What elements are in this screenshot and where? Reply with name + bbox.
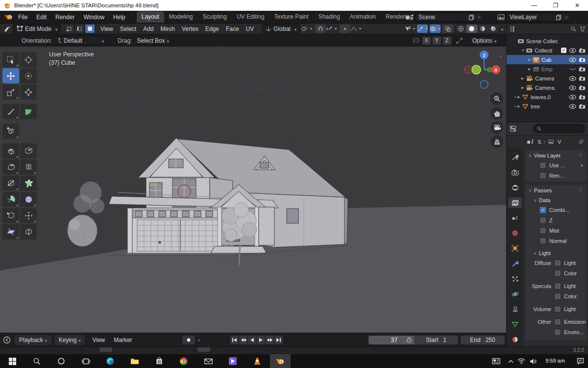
jump-to-end-button[interactable] bbox=[274, 336, 283, 344]
tab-modeling[interactable]: Modeling bbox=[164, 11, 198, 23]
overlays-dropdown[interactable] bbox=[430, 25, 441, 33]
tab-layout[interactable]: Layout bbox=[137, 11, 164, 23]
edge-select-button[interactable] bbox=[74, 24, 85, 33]
data-subpanel-header[interactable]: ∨ Data bbox=[534, 197, 583, 203]
cortana-icon[interactable] bbox=[55, 355, 67, 367]
outliner-search-icon[interactable] bbox=[570, 26, 576, 32]
action-center-icon[interactable] bbox=[574, 355, 586, 367]
edge-browser-icon[interactable] bbox=[104, 355, 116, 367]
new-viewlayer-icon[interactable] bbox=[556, 14, 562, 20]
transform-orientation-dropdown[interactable]: Global bbox=[262, 24, 300, 33]
eye-open-icon[interactable] bbox=[569, 57, 576, 62]
sidebar-collapse-icon[interactable]: ‹ bbox=[500, 53, 502, 59]
zoom-view-button[interactable] bbox=[490, 92, 503, 105]
mirror-z-button[interactable]: Z bbox=[442, 36, 452, 45]
unlink-scene-icon[interactable]: ✕ bbox=[477, 15, 481, 20]
outliner-row-tree[interactable]: • ▶ tree bbox=[507, 102, 588, 111]
minimize-button[interactable]: — bbox=[523, 0, 545, 11]
scene-breadcrumb-icon[interactable] bbox=[526, 139, 535, 145]
viewlayer-datablock-icon[interactable] bbox=[497, 14, 507, 21]
new-scene-icon[interactable] bbox=[468, 14, 474, 20]
tab-uv-editing[interactable]: UV Editing bbox=[232, 11, 270, 23]
options-dropdown[interactable]: Options bbox=[469, 36, 500, 45]
navigation-gizmo[interactable]: X Z bbox=[465, 51, 500, 88]
menu-window[interactable]: Window bbox=[79, 12, 109, 22]
diffuse-color-checkbox[interactable] bbox=[554, 270, 561, 277]
rendered-shading-button[interactable] bbox=[488, 25, 499, 33]
passes-panel-header[interactable]: ∨ Passes ⠿ bbox=[529, 187, 583, 193]
start-button[interactable] bbox=[6, 355, 18, 367]
render-visibility-icon[interactable] bbox=[579, 66, 586, 72]
outliner-filter-icon[interactable] bbox=[580, 26, 586, 32]
tab-scene[interactable] bbox=[508, 212, 522, 223]
next-keyframe-button[interactable] bbox=[266, 336, 274, 344]
eye-open-icon[interactable] bbox=[569, 85, 576, 90]
outliner-row-camera-001[interactable]: ▶ Camera. bbox=[507, 83, 588, 92]
panel-grip-icon[interactable]: ⠿ bbox=[579, 188, 583, 193]
gizmos-dropdown[interactable] bbox=[417, 25, 428, 33]
mode-dropdown[interactable]: Edit Mode bbox=[13, 24, 61, 33]
file-explorer-icon[interactable] bbox=[129, 355, 141, 367]
outliner-row-leaves[interactable]: • ▶ leaves.0 bbox=[507, 92, 588, 102]
breadcrumb-scene-label[interactable]: S bbox=[538, 139, 541, 145]
extrude-region-tool[interactable] bbox=[2, 143, 19, 158]
play-reverse-button[interactable] bbox=[248, 336, 256, 344]
media-app-icon[interactable] bbox=[227, 355, 239, 367]
render-visibility-icon[interactable] bbox=[579, 85, 586, 90]
frame-end-field[interactable]: End 250 bbox=[461, 336, 505, 344]
outliner-row-empty[interactable]: ▶ Emp bbox=[507, 64, 588, 74]
eye-open-icon[interactable] bbox=[569, 48, 576, 53]
disclosure-closed-icon[interactable]: ▶ bbox=[517, 95, 522, 99]
render-visibility-icon[interactable] bbox=[579, 94, 586, 100]
specular-light-checkbox[interactable] bbox=[554, 283, 561, 289]
specular-color-checkbox[interactable] bbox=[554, 293, 561, 300]
menu-view[interactable]: View bbox=[97, 25, 117, 33]
diffuse-light-checkbox[interactable] bbox=[554, 260, 561, 266]
jump-to-start-button[interactable] bbox=[230, 336, 239, 344]
render-visibility-icon[interactable] bbox=[579, 48, 586, 53]
snap-settings-dropdown[interactable] bbox=[326, 25, 337, 33]
bevel-tool[interactable] bbox=[2, 159, 19, 175]
proportional-edit-button[interactable] bbox=[340, 25, 350, 33]
eye-open-icon[interactable] bbox=[569, 76, 576, 81]
menu-mesh[interactable]: Mesh bbox=[157, 25, 178, 33]
scale-tool[interactable] bbox=[2, 84, 19, 100]
rotate-tool[interactable] bbox=[20, 68, 37, 83]
transform-tool[interactable] bbox=[20, 84, 37, 100]
widgets-tray-icon[interactable] bbox=[490, 355, 502, 367]
render-visibility-icon[interactable] bbox=[579, 76, 586, 81]
z-checkbox[interactable] bbox=[539, 217, 546, 224]
pivot-point-dropdown[interactable] bbox=[301, 25, 312, 33]
menu-vertex[interactable]: Vertex bbox=[178, 25, 202, 33]
pan-view-button[interactable] bbox=[490, 107, 503, 120]
material-preview-button[interactable] bbox=[477, 25, 488, 33]
blender-logo-icon[interactable] bbox=[4, 14, 14, 21]
tab-sculpting[interactable]: Sculpting bbox=[198, 11, 232, 23]
timeline-editor-icon[interactable] bbox=[3, 336, 11, 344]
add-cube-tool[interactable] bbox=[2, 124, 19, 139]
select-box-tool[interactable] bbox=[2, 52, 19, 67]
render-visibility-icon[interactable] bbox=[579, 57, 586, 62]
play-button[interactable] bbox=[257, 336, 265, 344]
menu-render[interactable]: Render bbox=[51, 12, 79, 22]
close-button[interactable]: ✕ bbox=[566, 0, 588, 11]
restore-button[interactable]: ❐ bbox=[545, 0, 566, 11]
taskbar-search-icon[interactable] bbox=[31, 355, 43, 367]
vlc-icon[interactable] bbox=[251, 355, 263, 367]
smooth-tool[interactable] bbox=[20, 192, 37, 207]
decorator-dot-icon[interactable]: • bbox=[581, 162, 583, 168]
shrink-fatten-tool[interactable] bbox=[20, 208, 37, 223]
tab-data[interactable] bbox=[508, 319, 522, 330]
face-select-button[interactable] bbox=[85, 24, 95, 33]
panel-grip-icon[interactable]: ⠿ bbox=[579, 153, 583, 158]
keying-menu[interactable]: Keying bbox=[54, 335, 85, 345]
menu-select[interactable]: Select bbox=[117, 25, 140, 33]
loop-cut-tool[interactable] bbox=[20, 159, 37, 175]
menu-edge[interactable]: Edge bbox=[202, 25, 222, 33]
tab-object[interactable] bbox=[508, 243, 522, 254]
microsoft-store-icon[interactable] bbox=[153, 355, 165, 367]
cursor-tool[interactable] bbox=[20, 52, 37, 67]
chrome-icon[interactable] bbox=[178, 355, 190, 367]
use-checkbox[interactable] bbox=[539, 162, 546, 169]
blender-taskbar-active[interactable] bbox=[270, 354, 291, 368]
